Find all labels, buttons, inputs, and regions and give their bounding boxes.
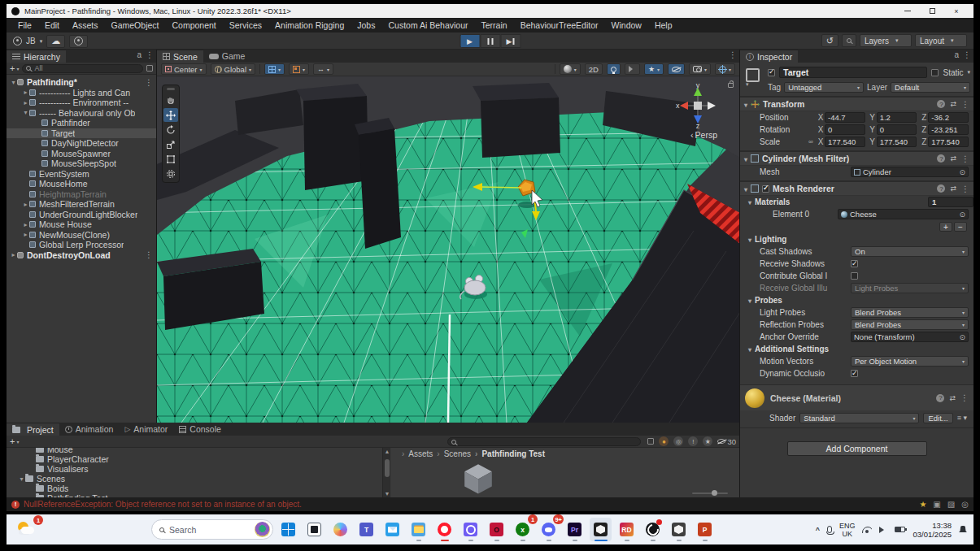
hierarchy-item[interactable]: DayNightDetector xyxy=(7,138,156,149)
menu-item[interactable]: Component xyxy=(165,20,222,30)
transform-tool[interactable] xyxy=(163,167,178,180)
expand-arrow-icon[interactable] xyxy=(10,251,17,258)
taskbar-icon-opera-gx[interactable]: O xyxy=(486,518,507,541)
shader-edit-button[interactable]: Edit... xyxy=(923,413,952,423)
slider-knob[interactable] xyxy=(712,490,717,496)
taskbar-icon-unity-tray[interactable] xyxy=(668,518,690,541)
taskbar-icon-premiere[interactable]: Pr xyxy=(564,518,586,541)
object-picker-icon[interactable] xyxy=(959,210,965,219)
kebab-icon[interactable] xyxy=(961,100,969,109)
tag-dropdown[interactable]: Untagged xyxy=(784,82,864,93)
mesh-filter-header[interactable]: Cylinder (Mesh Filter) ? ⇄ xyxy=(740,151,973,166)
hidden-count[interactable]: 30 xyxy=(717,437,736,446)
hierarchy-item[interactable]: MouseSleepSpot xyxy=(7,158,156,169)
taskbar-icon-copilot[interactable] xyxy=(329,518,351,541)
hierarchy-item[interactable]: EventSystem xyxy=(7,169,156,180)
motion-vectors-dropdown[interactable]: Per Object Motion xyxy=(851,356,969,367)
shader-dropdown[interactable]: Standard xyxy=(799,413,919,423)
contribute-gi-checkbox[interactable] xyxy=(851,272,858,280)
2d-toggle[interactable]: 2D xyxy=(585,63,603,75)
folder-item[interactable]: Visualisers xyxy=(7,464,382,474)
foldout-icon[interactable] xyxy=(748,345,751,354)
expand-arrow-icon[interactable] xyxy=(22,201,29,208)
orientation-gizmo[interactable]: y x z xyxy=(673,81,722,128)
taskbar-icon-start[interactable] xyxy=(277,518,299,541)
search-button[interactable] xyxy=(842,34,856,47)
gizmo-lock-icon[interactable] xyxy=(728,83,734,88)
folder-item[interactable]: Mouse xyxy=(7,448,382,454)
foldout-icon[interactable] xyxy=(748,296,751,305)
breadcrumb-item[interactable]: Pathfinding Test xyxy=(471,449,545,458)
move-tool[interactable] xyxy=(163,108,178,122)
component-enabled-checkbox[interactable] xyxy=(762,185,769,193)
kebab-icon[interactable] xyxy=(960,393,969,402)
hierarchy-item[interactable]: Global Lerp Processor xyxy=(7,240,156,250)
tab-inspector[interactable]: i Inspector xyxy=(740,50,798,63)
menu-item[interactable]: BehaviourTreeEditor xyxy=(514,20,605,30)
foldout-icon[interactable] xyxy=(744,184,747,193)
transform-component-header[interactable]: Transform ? ⇄ xyxy=(740,97,973,111)
search-filter-icon[interactable] xyxy=(146,65,153,72)
alert-icon[interactable]: ! xyxy=(688,436,698,446)
mesh-object-field[interactable]: Cylinder xyxy=(851,167,969,177)
taskbar-icon-obs[interactable] xyxy=(642,518,664,541)
menu-item[interactable]: Window xyxy=(605,20,648,30)
collab-status-icon[interactable]: ▣ xyxy=(933,500,940,509)
bottom-tab[interactable]: Project xyxy=(7,423,59,436)
hierarchy-item[interactable]: MouseHome xyxy=(7,179,156,189)
battery-icon[interactable] xyxy=(895,527,905,532)
breadcrumb-item[interactable]: Scenes xyxy=(433,449,471,458)
preset-icon[interactable]: ⇄ xyxy=(949,394,956,402)
foldout-icon[interactable] xyxy=(744,99,747,109)
help-icon[interactable]: ? xyxy=(937,100,945,108)
console-status-bar[interactable]: ! NullReferenceException: Object referen… xyxy=(7,497,973,511)
kebab-icon[interactable] xyxy=(145,250,153,259)
menu-item[interactable]: File xyxy=(11,20,38,30)
project-tree-scrollbar[interactable]: ▲ ▼ xyxy=(382,448,390,497)
taskbar-icon-xbox[interactable]: x 1 xyxy=(512,518,534,541)
menu-item[interactable]: GameObject xyxy=(105,20,166,30)
y-value-field[interactable]: 1.2 xyxy=(877,112,917,123)
hierarchy-item[interactable]: UnderGroundLightBlocker xyxy=(7,210,156,220)
expand-arrow-icon[interactable] xyxy=(18,475,25,483)
x-value-field[interactable]: -44.7 xyxy=(825,112,865,123)
perspective-label[interactable]: Persp xyxy=(690,130,717,140)
thumbnail-zoom-slider[interactable] xyxy=(692,492,728,494)
taskbar-icon-stremio[interactable] xyxy=(460,518,481,541)
preset-icon[interactable]: ⇄ xyxy=(950,154,956,163)
material-menu-icon[interactable]: ≡ ▾ xyxy=(957,414,967,422)
layout-dropdown[interactable]: Layout xyxy=(915,34,967,47)
static-checkbox[interactable] xyxy=(931,69,939,76)
bake-status-icon[interactable]: ★ xyxy=(919,500,926,509)
layers-dropdown[interactable]: Layers xyxy=(860,34,912,47)
gizmos-dropdown[interactable] xyxy=(715,63,735,75)
menu-item[interactable]: Assets xyxy=(66,20,105,30)
taskbar-icon-mail[interactable] xyxy=(381,518,403,541)
scene-lighting-toggle[interactable] xyxy=(607,63,621,75)
help-icon[interactable]: ? xyxy=(937,154,945,163)
tab-scene[interactable]: Scene xyxy=(157,50,203,63)
hierarchy-item[interactable]: ----------- Environment -- xyxy=(7,98,156,108)
add-material-button[interactable]: + xyxy=(939,222,952,232)
z-value-field[interactable]: -36.2 xyxy=(928,112,969,123)
gameobject-cube-icon[interactable] xyxy=(746,68,760,82)
menu-item[interactable]: Help xyxy=(648,20,679,30)
menu-item[interactable]: Custom Ai Behaviour xyxy=(381,20,474,30)
hierarchy-item[interactable]: DontDestroyOnLoad xyxy=(7,250,156,261)
help-icon[interactable]: ? xyxy=(937,184,945,193)
hierarchy-item[interactable]: ----------- Lights and Can xyxy=(7,88,156,98)
scale-tool[interactable] xyxy=(163,137,178,151)
wifi-icon[interactable] xyxy=(862,527,872,533)
taskbar-icon-discord[interactable]: 9+ xyxy=(538,518,560,541)
z-value-field[interactable]: 177.540 xyxy=(928,137,969,147)
tab-hierarchy[interactable]: Hierarchy xyxy=(7,50,66,63)
menu-item[interactable]: Animation Rigging xyxy=(268,20,351,30)
scroll-down-arrow[interactable]: ▼ xyxy=(384,491,390,497)
folder-item[interactable]: Boids xyxy=(7,484,382,493)
scroll-up-arrow[interactable]: ▲ xyxy=(384,449,390,454)
increment-snap-dropdown[interactable] xyxy=(289,63,309,75)
shading-mode-dropdown[interactable] xyxy=(560,63,581,75)
light-probes-dropdown[interactable]: Blend Probes xyxy=(851,307,969,318)
material-header[interactable]: Cheese (Material) ? ⇄ xyxy=(740,384,973,410)
speaker-icon[interactable] xyxy=(879,527,887,533)
